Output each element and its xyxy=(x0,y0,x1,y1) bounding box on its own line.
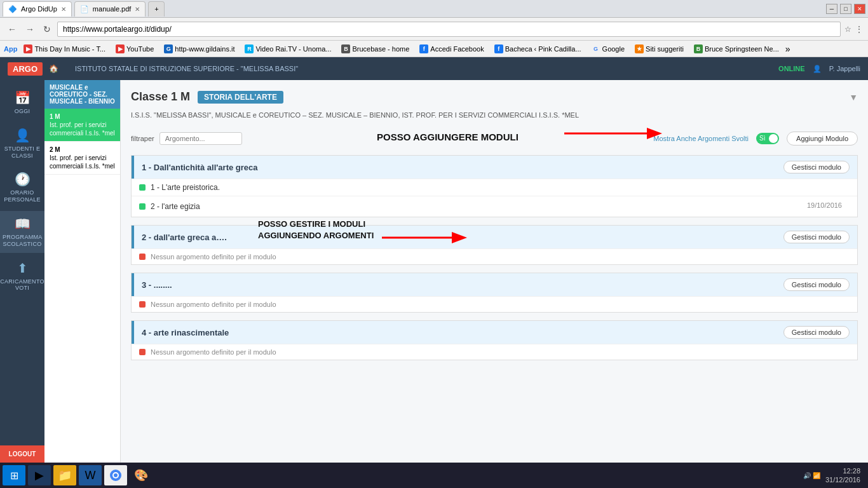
bruce-label: Bruce Springsteen Ne... xyxy=(705,45,779,53)
settings-icon: ⋮ xyxy=(855,25,863,34)
logout-btn[interactable]: LOGOUT xyxy=(0,445,44,463)
minimize-btn[interactable]: ─ xyxy=(826,4,837,14)
item-1-text: 1 - L'arte preistorica. xyxy=(151,183,220,192)
online-status: ONLINE xyxy=(778,65,805,72)
google-label: Google xyxy=(602,45,625,53)
window-controls: ─ □ ✕ xyxy=(826,4,865,14)
filter-input[interactable] xyxy=(159,132,242,145)
school-name: ISTITUTO STATALE DI ISTRUZIONE SUPERIORE… xyxy=(75,65,298,72)
url-input[interactable] xyxy=(57,22,841,37)
filter-area: filtraper xyxy=(131,132,242,145)
show-done-label: Mostra Anche Argomenti Svolti xyxy=(653,135,749,142)
gildains-label: http-www.gildains.it xyxy=(175,45,234,53)
content-toolbar: filtraper POSSO AGGIUNGERE MODULI xyxy=(131,129,858,147)
filter-label: filtraper xyxy=(131,135,154,142)
item-2-date: 19/10/2016 xyxy=(799,200,850,213)
module-4-manage-btn[interactable]: Gestisci modulo xyxy=(783,326,850,339)
title-bar: 🔷 Argo DidUp ✕ 📄 manuale.pdf ✕ + ─ □ ✕ xyxy=(0,0,868,18)
sidebar-item-orario[interactable]: 🕐 ORARIO PERSONALE xyxy=(0,166,44,208)
class-item-1m[interactable]: 1 MIst. prof. per i servizi commerciali … xyxy=(44,109,120,142)
forward-btn[interactable]: → xyxy=(23,23,37,36)
thisday-label: This Day In Music - T... xyxy=(34,45,105,53)
orario-label: ORARIO PERSONALE xyxy=(3,189,42,203)
programma-icon: 📖 xyxy=(15,216,31,231)
brucebase-label: Brucebase - home xyxy=(352,45,409,53)
studenti-icon: 👤 xyxy=(15,128,31,143)
module-2-wrapper: 2 - dall'arte greca a…. Gestisci modulo … xyxy=(131,225,858,265)
argo-logo: ARGO xyxy=(8,62,43,76)
mod4-no-args-dot xyxy=(139,349,146,355)
content-area: Classe 1 M STORIA DELL'ARTE ▼ I.S.I.S. "… xyxy=(121,80,868,463)
bookmark-facebook[interactable]: f Accedi Facebook xyxy=(416,43,487,55)
sidebar-item-oggi[interactable]: 📅 OGGI xyxy=(0,85,44,120)
bookmarks-bar: App ▶ This Day In Music - T... ▶ YouTube… xyxy=(0,41,868,57)
sidebar-item-programma[interactable]: 📖 PROGRAMMA SCOLASTICO xyxy=(0,211,44,253)
sidebar-item-caricamento[interactable]: ⬆ CARICAMENTO VOTI xyxy=(0,255,44,297)
user-icon: 👤 xyxy=(813,65,822,73)
toggle-switch[interactable]: Sì xyxy=(756,133,779,144)
raitv-icon: R xyxy=(245,44,254,53)
module-3: 3 - ........ Gestisci modulo Nessun argo… xyxy=(131,273,858,313)
module-4: 4 - arte rinascimentale Gestisci modulo … xyxy=(131,320,858,360)
thisday-icon: ▶ xyxy=(24,44,32,53)
orario-icon: 🕐 xyxy=(15,172,31,187)
tab-icon: 🔷 xyxy=(8,5,17,13)
bookmark-brucebase[interactable]: B Brucebase - home xyxy=(337,43,413,55)
apps-btn[interactable]: App xyxy=(4,45,17,53)
annotation-add-modules: POSSO AGGIUNGERE MODULI xyxy=(242,129,654,147)
bookmark-youtube[interactable]: ▶ YouTube xyxy=(112,43,158,55)
refresh-btn[interactable]: ↻ xyxy=(41,23,53,36)
module-4-no-args: Nessun argomento definito per il modulo xyxy=(132,344,857,360)
tab-argodidup[interactable]: 🔷 Argo DidUp ✕ xyxy=(3,1,72,17)
bookmark-thisday[interactable]: ▶ This Day In Music - T... xyxy=(20,43,109,55)
tab-pdf-close-btn[interactable]: ✕ xyxy=(135,6,140,13)
bookmark-siti[interactable]: ★ Siti suggeriti xyxy=(631,43,688,55)
dropdown-icon[interactable]: ▼ xyxy=(849,92,858,102)
argo-header: ARGO 🏠 ISTITUTO STATALE DI ISTRUZIONE SU… xyxy=(0,57,868,80)
back-btn[interactable]: ← xyxy=(5,23,19,36)
module-2-no-args: Nessun argomento definito per il modulo xyxy=(132,248,857,264)
tab-label: Argo DidUp xyxy=(21,5,57,13)
header-right: ONLINE 👤 P. Jappelli xyxy=(778,65,860,73)
user-name: P. Jappelli xyxy=(829,65,860,72)
left-panel-section: MUSICALE e COREUTICO - SEZ. MUSICALE - B… xyxy=(44,80,120,109)
bookmark-bacheca[interactable]: f Bacheca ‹ Pink Cadilla... xyxy=(491,43,585,55)
add-module-btn[interactable]: Aggiungi Modulo xyxy=(787,132,858,146)
new-tab-btn[interactable]: + xyxy=(148,1,165,17)
youtube-label: YouTube xyxy=(126,45,154,53)
caricamento-icon: ⬆ xyxy=(17,261,28,276)
address-icons: ☆ ⋮ xyxy=(844,25,863,34)
studenti-label: STUDENTI E CLASSI xyxy=(3,146,42,159)
bookmark-raitv[interactable]: R Video Rai.TV - Unoma... xyxy=(241,43,335,55)
programma-label: PROGRAMMA SCOLASTICO xyxy=(3,234,42,248)
no-args-text: Nessun argomento definito per il modulo xyxy=(151,253,276,261)
mod4-no-args-text: Nessun argomento definito per il modulo xyxy=(151,348,276,356)
module-4-title: 4 - arte rinascimentale xyxy=(142,328,229,337)
bookmark-google[interactable]: G Google xyxy=(588,43,628,55)
class-item-2m[interactable]: 2 MIst. prof. per i servizi commerciali … xyxy=(44,142,120,175)
maximize-btn[interactable]: □ xyxy=(840,4,851,14)
tab-close-btn[interactable]: ✕ xyxy=(61,6,66,13)
module-2-manage-btn[interactable]: Gestisci modulo xyxy=(783,231,850,243)
module-3-title: 3 - ........ xyxy=(142,280,172,290)
sidebar-item-studenti[interactable]: 👤 STUDENTI E CLASSI xyxy=(0,123,44,165)
module-1: 1 - Dall'antichità all'arte greca Gestis… xyxy=(131,155,858,217)
module-3-header: 3 - ........ Gestisci modulo xyxy=(132,273,857,296)
module-4-header: 4 - arte rinascimentale Gestisci modulo xyxy=(132,321,857,344)
close-btn[interactable]: ✕ xyxy=(854,4,865,14)
toggle-si-label: Sì xyxy=(759,135,765,142)
tab-pdf[interactable]: 📄 manuale.pdf ✕ xyxy=(74,1,146,17)
module-1-manage-btn[interactable]: Gestisci modulo xyxy=(783,161,850,173)
bookmark-gildains[interactable]: G http-www.gildains.it xyxy=(160,43,238,55)
more-bookmarks-icon[interactable]: » xyxy=(785,44,790,54)
google-icon: G xyxy=(592,44,600,53)
mod3-no-args-text: Nessun argomento definito per il modulo xyxy=(151,301,276,308)
module-3-manage-btn[interactable]: Gestisci modulo xyxy=(783,278,850,291)
bookmark-bruce[interactable]: B Bruce Springsteen Ne... xyxy=(690,43,783,55)
module-1-title: 1 - Dall'antichità all'arte greca xyxy=(142,163,258,172)
no-args-dot xyxy=(139,254,146,260)
module-2-title: 2 - dall'arte greca a…. xyxy=(142,233,227,242)
address-bar: ← → ↻ ☆ ⋮ xyxy=(0,18,868,41)
arrow-add-module xyxy=(564,124,666,143)
main-container: 📅 OGGI 👤 STUDENTI E CLASSI 🕐 ORARIO PERS… xyxy=(0,80,868,463)
